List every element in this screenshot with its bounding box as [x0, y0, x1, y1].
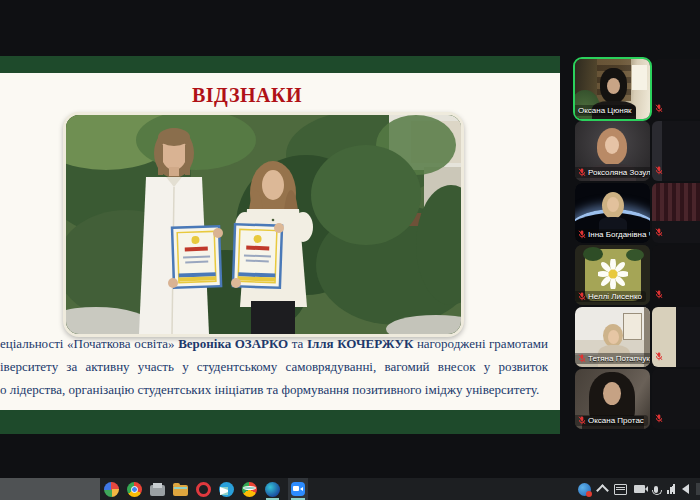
- students-photo-illustration: [66, 115, 461, 334]
- slide-paragraph-line2: іверситету за активну участь у студентсь…: [0, 355, 548, 378]
- leaf-decor: [626, 249, 644, 261]
- shared-slide: ВІДЗНАКИ: [0, 56, 560, 434]
- participant-tile-oksana-tsiuniak[interactable]: Оксана Цюняк: [575, 59, 650, 119]
- participant-label: Інна Богданівна Чер…: [575, 229, 650, 240]
- telegram-icon[interactable]: [219, 482, 234, 497]
- video-frame: [652, 183, 700, 221]
- pinwheel-browser-icon[interactable]: [104, 482, 119, 497]
- printer-icon[interactable]: [150, 485, 165, 496]
- participant-label: Роксоляна Зозуляк-…: [575, 167, 650, 178]
- participant-label: Оксана Цюняк: [575, 105, 636, 116]
- update-globe-icon[interactable]: [578, 483, 591, 496]
- system-tray: [578, 478, 700, 500]
- participant-tile-partial[interactable]: [652, 59, 700, 119]
- muted-mic-icon: [578, 354, 586, 363]
- slide-bottom-band: [0, 410, 560, 434]
- participant-name: Роксоляна Зозуляк-…: [588, 168, 650, 177]
- slide-photo: [63, 112, 464, 337]
- participant-tile-partial[interactable]: [652, 369, 700, 429]
- muted-mic-icon: [655, 228, 663, 237]
- muted-mic-icon: [578, 230, 586, 239]
- daisy-avatar: [598, 259, 628, 293]
- person-face: [605, 136, 619, 154]
- participant-name: Неллі Лисенко: [588, 292, 642, 301]
- clock-cutoff[interactable]: [696, 483, 700, 495]
- slide-title: ВІДЗНАКИ: [0, 84, 494, 107]
- participant-tile-partial[interactable]: [652, 307, 700, 367]
- microphone-icon[interactable]: [654, 486, 658, 493]
- participant-tile-partial[interactable]: [652, 245, 700, 305]
- participant-tile-tetiana-potapchuk[interactable]: Тетяна Потапчук: [575, 307, 650, 367]
- person-face: [603, 382, 621, 405]
- poster-decor: [623, 313, 642, 340]
- opera-icon[interactable]: [196, 482, 211, 497]
- file-explorer-icon[interactable]: [173, 485, 188, 496]
- participant-label: Тетяна Потапчук: [575, 353, 650, 364]
- zoom-app-active[interactable]: [288, 478, 308, 500]
- muted-mic-icon: [578, 416, 586, 425]
- slide-top-band: [0, 56, 560, 73]
- participant-name: Оксана Цюняк: [578, 106, 632, 115]
- participant-label: Оксана Протас: [575, 415, 648, 426]
- muted-mic-icon: [655, 104, 663, 113]
- chrome-profile-2-icon[interactable]: [242, 482, 257, 497]
- participant-name: Оксана Протас: [588, 416, 644, 425]
- participant-name: Тетяна Потапчук: [588, 354, 650, 363]
- participant-name: Інна Богданівна Чер…: [588, 230, 650, 239]
- participant-tile-oksana-protas[interactable]: Оксана Протас: [575, 369, 650, 429]
- camera-icon[interactable]: [634, 485, 645, 493]
- taskbar-search-box[interactable]: [0, 478, 100, 500]
- person-face: [607, 78, 620, 94]
- participant-tile-nelli-lysenko[interactable]: Неллі Лисенко: [575, 245, 650, 305]
- muted-mic-icon: [578, 168, 586, 177]
- zoom-icon: [291, 482, 305, 496]
- chrome-icon[interactable]: [127, 482, 142, 497]
- muted-mic-icon: [655, 352, 663, 361]
- slide-paragraph-line3: о лідерства, організацію студентських ін…: [0, 378, 548, 401]
- taskbar-app-icons: [104, 478, 308, 500]
- slide-paragraph: еціальності «Початкова освіта» Вероніка …: [0, 332, 548, 401]
- participant-tile-partial[interactable]: [652, 183, 700, 243]
- app-window-icon[interactable]: [614, 484, 627, 495]
- muted-mic-icon: [578, 292, 586, 301]
- muted-mic-icon: [655, 290, 663, 299]
- muted-mic-icon: [655, 414, 663, 423]
- participant-tile-inna-bohdanivna[interactable]: Інна Богданівна Чер…: [575, 183, 650, 243]
- participant-tile-partial[interactable]: [652, 121, 700, 181]
- hidden-icons-chevron-icon[interactable]: [596, 484, 609, 497]
- edge-icon[interactable]: [265, 482, 280, 497]
- person-face: [607, 197, 619, 212]
- zoom-meeting-window: ВІДЗНАКИ: [0, 0, 700, 500]
- slide-paragraph-line1: еціальності «Початкова освіта» Вероніка …: [0, 332, 548, 355]
- muted-mic-icon: [655, 166, 663, 175]
- volume-icon[interactable]: [682, 484, 689, 494]
- participant-label: Неллі Лисенко: [575, 291, 646, 302]
- windows-taskbar: [0, 478, 700, 500]
- person-face: [608, 330, 619, 344]
- window-decor: [632, 65, 647, 90]
- participant-tile-roksoliana-zozuliak[interactable]: Роксоляна Зозуляк-…: [575, 121, 650, 181]
